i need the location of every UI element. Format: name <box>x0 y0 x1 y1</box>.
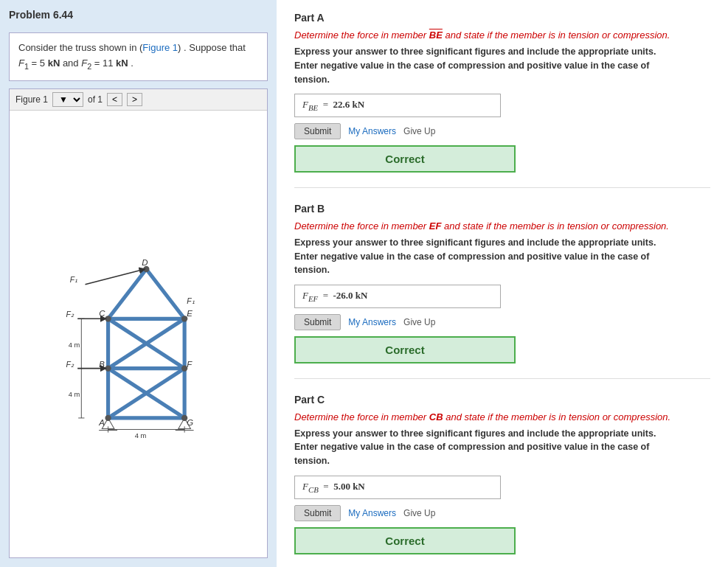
part-c-answer-box: FCB = 5.00 kN <box>294 476 501 499</box>
svg-text:F₂: F₂ <box>66 360 74 368</box>
left-panel: Problem 6.44 Consider the truss shown in… <box>0 0 277 567</box>
part-b-my-answers-link[interactable]: My Answers <box>348 317 396 327</box>
figure-toolbar: Figure 1 ▼ of 1 < > <box>10 89 267 111</box>
part-a-formula: FBE = 22.6 kN <box>302 99 364 110</box>
part-b-section: Part B Determine the force in member EF … <box>294 203 710 379</box>
part-b-correct-badge: Correct <box>294 336 516 363</box>
svg-point-15 <box>105 365 111 371</box>
part-a-my-answers-link[interactable]: My Answers <box>348 126 396 136</box>
part-b-title: Part B <box>294 203 710 215</box>
problem-description-box: Consider the truss shown in (Figure 1) .… <box>9 32 268 81</box>
part-c-instruction: Express your answer to three significant… <box>294 427 710 468</box>
right-panel: Part A Determine the force in member BE … <box>277 0 728 567</box>
svg-text:4 m: 4 m <box>68 341 80 348</box>
part-a-title: Part A <box>294 12 710 24</box>
svg-line-6 <box>146 269 184 319</box>
part-b-answer-box: FEF = -26.0 kN <box>294 285 501 308</box>
svg-text:G: G <box>187 418 193 427</box>
figure-of: of 1 <box>88 94 103 105</box>
truss-figure: D C E B F A G F₁ F₁ F₂ F₂ <box>24 227 253 441</box>
part-c-title: Part C <box>294 394 710 406</box>
svg-text:4 m: 4 m <box>68 391 80 398</box>
part-b-question: Determine the force in member EF and sta… <box>294 220 710 232</box>
figure-select[interactable]: ▼ <box>52 92 83 107</box>
svg-text:D: D <box>142 258 148 267</box>
part-b-give-up-link[interactable]: Give Up <box>403 317 435 327</box>
part-a-question: Determine the force in member BE and sta… <box>294 29 710 41</box>
part-c-formula: FCB = 5.00 kN <box>302 481 365 492</box>
svg-text:F₁: F₁ <box>69 275 77 283</box>
figure-link[interactable]: Figure 1 <box>142 42 178 53</box>
problem-description-text: Consider the truss shown in (Figure 1) .… <box>18 42 246 69</box>
svg-text:F₂: F₂ <box>66 310 74 319</box>
figure-label: Figure 1 <box>15 94 48 105</box>
figure-canvas: D C E B F A G F₁ F₁ F₂ F₂ <box>10 111 267 557</box>
svg-text:B: B <box>99 359 105 368</box>
svg-text:C: C <box>99 309 105 318</box>
part-c-button-row: Submit My Answers Give Up <box>294 505 710 521</box>
part-a-button-row: Submit My Answers Give Up <box>294 123 710 139</box>
svg-text:E: E <box>187 309 193 318</box>
part-a-submit-button[interactable]: Submit <box>294 123 341 139</box>
problem-title: Problem 6.44 <box>9 9 268 21</box>
part-c-submit-button[interactable]: Submit <box>294 505 341 521</box>
svg-point-17 <box>105 316 111 321</box>
part-c-my-answers-link[interactable]: My Answers <box>348 508 396 518</box>
part-c-give-up-link[interactable]: Give Up <box>403 508 435 518</box>
part-b-instruction: Express your answer to three significant… <box>294 236 710 277</box>
part-c-correct-badge: Correct <box>294 527 516 554</box>
figure-next-button[interactable]: > <box>127 93 142 106</box>
part-c-question: Determine the force in member CB and sta… <box>294 411 710 422</box>
part-a-instruction: Express your answer to three significant… <box>294 45 710 86</box>
part-b-submit-button[interactable]: Submit <box>294 314 341 330</box>
part-a-give-up-link[interactable]: Give Up <box>403 126 435 136</box>
figure-container: Figure 1 ▼ of 1 < > <box>9 88 268 558</box>
part-b-formula: FEF = -26.0 kN <box>302 290 367 301</box>
figure-prev-button[interactable]: < <box>107 93 122 106</box>
part-c-section: Part C Determine the force in member CB … <box>294 394 710 567</box>
part-a-correct-badge: Correct <box>294 145 516 173</box>
svg-text:4 m: 4 m <box>134 432 146 439</box>
svg-text:F: F <box>187 359 193 368</box>
part-a-answer-box: FBE = 22.6 kN <box>294 94 501 117</box>
part-a-section: Part A Determine the force in member BE … <box>294 12 710 188</box>
part-b-button-row: Submit My Answers Give Up <box>294 314 710 330</box>
svg-text:F₁: F₁ <box>187 296 194 305</box>
